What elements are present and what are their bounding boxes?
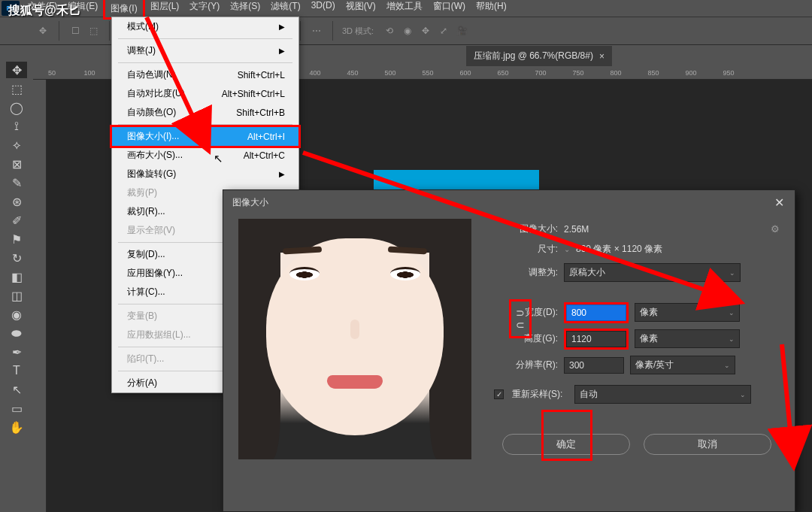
resolution-field[interactable] (564, 357, 624, 374)
close-icon[interactable]: ✕ (772, 195, 786, 209)
ruler-tick: 500 (371, 69, 409, 77)
height-field[interactable] (566, 331, 626, 347)
roll-3d-icon[interactable]: ◉ (401, 24, 414, 38)
quick-select-tool-icon[interactable]: ⟟ (6, 118, 27, 135)
ruler-tick: 450 (334, 69, 371, 77)
rect-tool-icon[interactable]: ▭ (6, 400, 27, 417)
menu-dropdown-item[interactable]: 自动色调(N)Shift+Ctrl+L (112, 65, 298, 84)
path-tool-icon[interactable]: ↖ (6, 381, 27, 398)
constrain-proportions-highlight: ⊃⊂ (509, 299, 532, 338)
image-size-value: 2.56M (564, 224, 589, 235)
marquee-tool-icon[interactable]: ⬚ (6, 80, 27, 97)
gear-icon[interactable]: ⚙ (771, 223, 780, 235)
watermark-text: 搜狐号@禾匕 (8, 3, 80, 19)
width-unit-select[interactable]: 像素 ⌄ (635, 303, 740, 322)
height-unit-select[interactable]: 像素 ⌄ (635, 329, 740, 348)
resample-label: 重新采样(S): (512, 388, 562, 401)
fit-to-label: 调整为: (494, 266, 558, 279)
link-icon[interactable]: ⊃⊂ (516, 307, 525, 331)
menu-dropdown-item[interactable]: 调整(J)▶ (112, 41, 298, 60)
crop-tool-icon[interactable]: ⟡ (6, 137, 27, 153)
image-size-dialog: 图像大小 ✕ 图像大小: 2.56M ⚙ (223, 189, 795, 512)
ruler-tick: 700 (522, 69, 559, 77)
menu-item[interactable]: 帮助(H) (471, 0, 512, 20)
mode3d-buttons: ⟲ ◉ ✥ ⤢ 🎥 (383, 24, 468, 38)
chevron-down-icon: ⌄ (740, 391, 746, 398)
chevron-down-icon: ⌄ (729, 309, 735, 317)
resolution-label: 分辨率(R): (494, 359, 558, 371)
ruler-tick: 600 (447, 69, 484, 77)
type-tool-icon[interactable]: T (6, 362, 27, 379)
width-field[interactable] (566, 304, 626, 321)
menu-separator (118, 38, 292, 39)
ruler-tick: 950 (710, 69, 747, 77)
ruler-tick: 400 (296, 69, 334, 77)
dimensions-value: 800 像素 × 1120 像素 (576, 243, 662, 256)
menu-bar: Ps 文件(F)编辑(E)图像(I)图层(L)文字(Y)选择(S)滤镜(T)3D… (0, 0, 812, 17)
mode3d-label: 3D 模式: (342, 26, 374, 37)
history-brush-tool-icon[interactable]: ↻ (6, 250, 27, 266)
orbit-3d-icon[interactable]: ⟲ (383, 24, 396, 38)
blur-tool-icon[interactable]: ◉ (6, 306, 27, 323)
resample-select[interactable]: 自动 ⌄ (574, 385, 751, 404)
close-tab-icon[interactable]: × (599, 51, 604, 62)
menu-item[interactable]: 3D(D) (306, 0, 341, 20)
dialog-titlebar: 图像大小 ✕ (223, 190, 795, 214)
lasso-tool-icon[interactable]: ◯ (6, 99, 27, 116)
submenu-arrow-icon: ▶ (279, 170, 285, 178)
pan-3d-icon[interactable]: ✥ (419, 24, 432, 38)
ruler-tick: 850 (635, 69, 672, 77)
healing-tool-icon[interactable]: ⊛ (6, 193, 27, 210)
menu-dropdown-item[interactable]: 图像旋转(G)▶ (112, 165, 298, 183)
image-size-label: 图像大小: (494, 223, 558, 235)
move-tool-icon[interactable]: ✥ (6, 62, 27, 78)
file-tab[interactable]: 压缩前.jpg @ 66.7%(RGB/8#) × (466, 45, 612, 66)
height-highlight-box (564, 329, 629, 350)
dimensions-label: 尺寸: (494, 243, 558, 256)
menu-item[interactable]: 增效工具 (381, 0, 428, 20)
eraser-tool-icon[interactable]: ◧ (6, 268, 27, 285)
ok-highlight-box (541, 410, 592, 461)
gradient-tool-icon[interactable]: ◫ (6, 287, 27, 304)
zoom-3d-icon[interactable]: 🎥 (455, 24, 468, 38)
menu-dropdown-item[interactable]: 自动颜色(O)Shift+Ctrl+B (112, 103, 298, 122)
fit-to-select[interactable]: 原稿大小 ⌄ (564, 263, 741, 282)
preview-thumbnail (238, 219, 471, 459)
eyedropper-tool-icon[interactable]: ✎ (6, 174, 27, 191)
left-toolbar: ✥ ⬚ ◯ ⟟ ⟡ ⊠ ✎ ⊛ ✐ ⚑ ↻ ◧ ◫ ◉ ⬬ ✒ T ↖ ▭ ✋ (0, 45, 33, 512)
cancel-button[interactable]: 取消 (644, 434, 771, 455)
menu-dropdown-item[interactable]: 图像大小(I)...Alt+Ctrl+I (110, 125, 301, 148)
ruler-tick: 50 (33, 69, 71, 77)
move-tool-indicator-icon: ✥ (36, 24, 50, 38)
autoselect-icon[interactable]: ☐ (68, 24, 82, 38)
slide-3d-icon[interactable]: ⤢ (437, 24, 450, 38)
submenu-arrow-icon: ▶ (279, 23, 285, 31)
more-icon[interactable]: ⋯ (310, 24, 323, 38)
ruler-tick: 550 (409, 69, 447, 77)
transform-controls-icon[interactable]: ⬚ (86, 24, 100, 38)
file-tab-label: 压缩前.jpg @ 66.7%(RGB/8#) (474, 50, 593, 62)
chevron-down-icon[interactable]: ⌄ (564, 245, 570, 253)
brush-tool-icon[interactable]: ✐ (6, 212, 27, 229)
resolution-unit-select[interactable]: 像素/英寸 ⌄ (630, 356, 735, 374)
menu-separator (118, 62, 292, 63)
menu-item[interactable]: 视图(V) (341, 0, 381, 20)
clone-tool-icon[interactable]: ⚑ (6, 231, 27, 247)
resample-checkbox[interactable]: ✓ (494, 389, 504, 399)
hand-tool-icon[interactable]: ✋ (6, 419, 27, 435)
chevron-down-icon: ⌄ (729, 269, 735, 277)
menu-item[interactable]: 窗口(W) (428, 0, 471, 20)
menu-dropdown-item[interactable]: 画布大小(S)...Alt+Ctrl+C (112, 146, 298, 165)
menu-dropdown-item[interactable]: 自动对比度(U)Alt+Shift+Ctrl+L (112, 84, 298, 103)
menu-dropdown-item[interactable]: 模式(M)▶ (112, 17, 298, 36)
chevron-down-icon: ⌄ (729, 335, 735, 343)
chevron-down-icon: ⌄ (724, 362, 730, 369)
dodge-tool-icon[interactable]: ⬬ (6, 325, 27, 341)
pen-tool-icon[interactable]: ✒ (6, 344, 27, 360)
submenu-arrow-icon: ▶ (279, 47, 285, 55)
ruler-tick: 100 (71, 69, 108, 77)
ruler-tick: 800 (597, 69, 635, 77)
frame-tool-icon[interactable]: ⊠ (6, 156, 27, 172)
cursor-icon: ↖ (214, 152, 223, 165)
width-highlight-box (564, 302, 629, 323)
